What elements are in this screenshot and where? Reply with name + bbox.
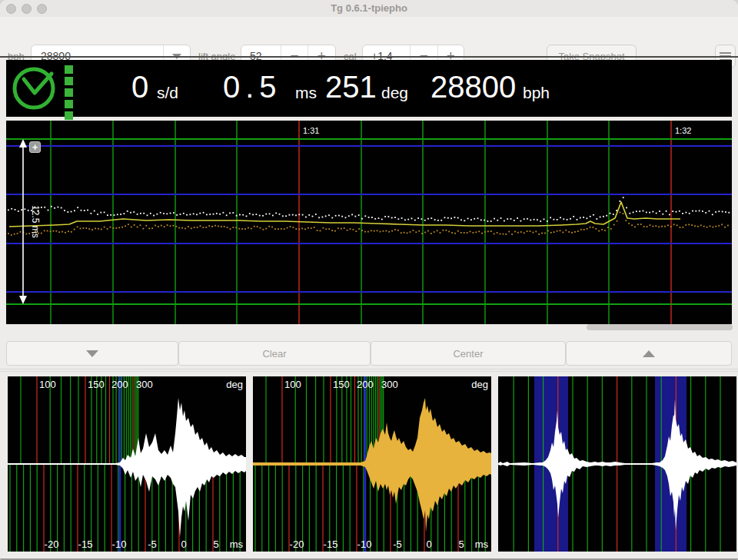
svg-text:5: 5 xyxy=(458,538,464,550)
center-button[interactable]: Center xyxy=(371,341,566,366)
waveform-raw-canvas: 100150200300deg-20-15-10-505ms xyxy=(8,376,246,552)
waveform-filtered-canvas: 100150200300deg-20-15-10-505ms xyxy=(253,376,491,552)
bph-readout-unit: bph xyxy=(523,84,550,102)
svg-text:-10: -10 xyxy=(357,538,372,550)
readout-bar: 0 s/d 0.5 ms 251 deg 28800 bph xyxy=(6,60,732,117)
svg-text:-20: -20 xyxy=(45,538,59,550)
svg-text:100: 100 xyxy=(39,379,56,390)
bph-readout-value: 28800 xyxy=(430,70,516,104)
rate-unit: s/d xyxy=(157,84,178,102)
svg-text:-15: -15 xyxy=(78,538,93,550)
section-divider xyxy=(0,369,738,372)
svg-text:200: 200 xyxy=(111,379,128,390)
svg-text:100: 100 xyxy=(284,379,301,390)
svg-text:-10: -10 xyxy=(112,538,127,550)
beat-error-unit: ms xyxy=(295,84,317,102)
amplitude-unit: deg xyxy=(381,84,408,102)
svg-text:deg: deg xyxy=(226,379,243,390)
svg-text:1:31: 1:31 xyxy=(303,126,319,135)
svg-text:300: 300 xyxy=(136,379,153,390)
app-window: Tg 0.6.1-tpiepho bph 28800 lift angle 52… xyxy=(0,0,738,560)
amplitude-value: 251 xyxy=(325,70,377,104)
svg-text:300: 300 xyxy=(381,379,398,390)
svg-text:ms: ms xyxy=(230,538,244,550)
svg-text:deg: deg xyxy=(471,379,488,390)
waveform-beats-canvas xyxy=(498,376,736,552)
waveform-panel-beats xyxy=(498,376,736,552)
toolbar: bph 28800 lift angle 52 − + cal +1.4 − +… xyxy=(0,17,738,56)
svg-text:-15: -15 xyxy=(324,538,338,550)
svg-text:0: 0 xyxy=(426,538,431,550)
svg-text:5: 5 xyxy=(213,538,218,550)
window-title: Tg 0.6.1-tpiepho xyxy=(0,0,738,17)
svg-text:-5: -5 xyxy=(148,538,157,550)
svg-text:1:32: 1:32 xyxy=(675,126,691,135)
rate-chart-canvas: 1:311:3212.5 ms xyxy=(6,121,732,324)
triangle-down-icon xyxy=(86,350,98,357)
svg-text:ms: ms xyxy=(475,538,489,550)
scroll-down-button[interactable] xyxy=(6,341,178,366)
waveform-panel-filtered: 100150200300deg-20-15-10-505ms xyxy=(253,376,491,552)
title-bar: Tg 0.6.1-tpiepho xyxy=(0,0,738,18)
beat-error-value: 0.5 xyxy=(223,70,282,104)
svg-text:150: 150 xyxy=(333,379,350,390)
scroll-up-button[interactable] xyxy=(566,341,732,366)
svg-text:-5: -5 xyxy=(393,538,402,550)
svg-text:150: 150 xyxy=(88,379,105,390)
signal-strength-bars xyxy=(65,65,74,123)
triangle-up-icon xyxy=(643,350,655,357)
clear-button[interactable]: Clear xyxy=(178,341,371,366)
zoom-in-button[interactable]: + xyxy=(29,141,41,153)
svg-text:200: 200 xyxy=(357,379,374,390)
chart-scrollbar-thumb[interactable] xyxy=(587,324,733,330)
rate-chart: 1:311:3212.5 ms xyxy=(6,121,732,324)
svg-text:-20: -20 xyxy=(290,538,304,550)
rate-value: 0 xyxy=(131,70,148,104)
signal-ok-clock-icon xyxy=(12,66,56,111)
waveform-panel-raw: 100150200300deg-20-15-10-505ms xyxy=(8,376,246,552)
svg-text:12.5 ms: 12.5 ms xyxy=(30,205,41,238)
svg-text:0: 0 xyxy=(181,538,186,550)
toolbar-separator xyxy=(0,56,738,58)
